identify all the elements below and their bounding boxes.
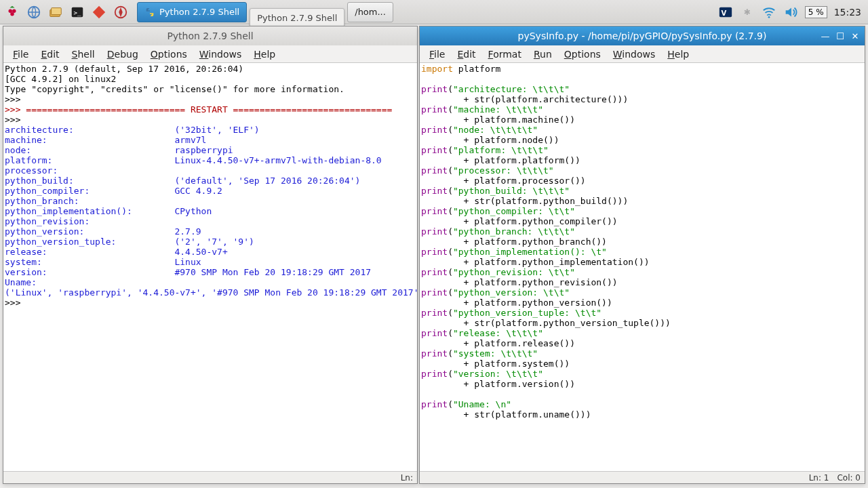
svg-text:V: V xyxy=(721,9,726,16)
menubar: FileEditShellDebugOptionsWindowsHelp xyxy=(3,45,417,63)
system-tray: V ✱ 5 % 15:23 xyxy=(718,5,865,20)
code-editor[interactable]: import platform print("architecture: \t\… xyxy=(420,63,865,471)
status-ln: Ln: xyxy=(401,473,413,483)
wolfram-icon[interactable] xyxy=(111,3,130,22)
web-browser-icon[interactable] xyxy=(24,3,43,22)
vnc-icon[interactable]: V xyxy=(718,5,733,20)
taskbar-task-other[interactable]: /hom... xyxy=(347,2,393,22)
raspberry-menu-icon[interactable] xyxy=(3,3,22,22)
mathematica-icon[interactable] xyxy=(90,3,108,22)
menu-edit[interactable]: Edit xyxy=(35,47,64,61)
editor-window: pySysInfo.py - /home/pi/pyGPIO/pySysInfo… xyxy=(419,26,865,484)
window-title: Python 2.7.9 Shell xyxy=(167,30,253,41)
close-button[interactable]: ✕ xyxy=(848,29,862,43)
terminal-icon[interactable]: >_ xyxy=(68,3,87,22)
taskbar-task-python-shell[interactable]: Python 2.7.9 Shell xyxy=(137,2,247,22)
svg-text:>_: >_ xyxy=(74,8,82,16)
menubar: FileEditFormatRunOptionsWindowsHelp xyxy=(420,45,865,63)
cpu-usage[interactable]: 5 % xyxy=(805,6,827,18)
menu-debug[interactable]: Debug xyxy=(102,47,144,61)
window-titlebar[interactable]: Python 2.7.9 Shell xyxy=(3,26,417,45)
menu-options[interactable]: Options xyxy=(559,47,606,61)
menu-file[interactable]: File xyxy=(7,47,34,61)
svg-rect-5 xyxy=(52,7,62,14)
menu-edit[interactable]: Edit xyxy=(452,47,481,61)
menu-file[interactable]: File xyxy=(424,47,450,61)
window-titlebar[interactable]: pySysInfo.py - /home/pi/pyGPIO/pySysInfo… xyxy=(420,26,865,45)
maximize-button[interactable]: ☐ xyxy=(833,29,847,43)
shell-output[interactable]: Python 2.7.9 (default, Sep 17 2016, 20:2… xyxy=(3,63,417,471)
statusbar: Ln: xyxy=(3,471,417,483)
taskbar: >_ Python 2.7.9 Shell Python 2.7.9 Shell… xyxy=(0,0,868,24)
python-shell-window: Python 2.7.9 Shell FileEditShellDebugOpt… xyxy=(3,26,418,484)
status-col: Col: 0 xyxy=(837,473,861,483)
taskbar-task-label: Python 2.7.9 Shell xyxy=(159,7,239,17)
wifi-icon[interactable] xyxy=(762,5,776,20)
statusbar: Ln: 1 Col: 0 xyxy=(420,471,865,483)
menu-windows[interactable]: Windows xyxy=(194,47,248,61)
window-title: pySysInfo.py - /home/pi/pyGPIO/pySysInfo… xyxy=(518,30,767,41)
svg-point-2 xyxy=(10,12,14,16)
file-manager-icon[interactable] xyxy=(46,3,65,22)
svg-point-0 xyxy=(9,9,13,13)
status-ln: Ln: 1 xyxy=(809,473,829,483)
menu-run[interactable]: Run xyxy=(528,47,557,61)
svg-point-1 xyxy=(12,9,16,13)
svg-point-12 xyxy=(768,16,770,18)
menu-options[interactable]: Options xyxy=(145,47,193,61)
menu-help[interactable]: Help xyxy=(248,47,281,61)
clock[interactable]: 15:23 xyxy=(834,7,861,18)
menu-help[interactable]: Help xyxy=(662,47,694,61)
menu-windows[interactable]: Windows xyxy=(608,47,661,61)
bluetooth-icon[interactable]: ✱ xyxy=(740,5,755,20)
volume-icon[interactable] xyxy=(783,5,798,20)
menu-shell[interactable]: Shell xyxy=(66,47,100,61)
svg-marker-8 xyxy=(93,5,105,18)
menu-format[interactable]: Format xyxy=(483,47,527,61)
minimize-button[interactable]: — xyxy=(818,29,832,43)
